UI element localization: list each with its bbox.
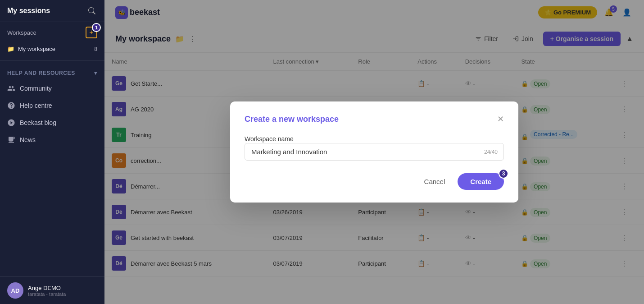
sidebar-item-news[interactable]: News [0, 131, 104, 148]
user-name: Ange DEMO [28, 285, 97, 291]
search-icon [88, 7, 95, 14]
add-workspace-button[interactable]: + 1 [86, 27, 97, 38]
community-icon [7, 84, 15, 92]
my-workspace-item[interactable]: 📁 My workspace 8 [7, 42, 97, 56]
workspace-label-row: Workspace + 1 [7, 27, 97, 38]
modal-title: Create a new workspace [245, 115, 339, 124]
sidebar-footer: AD Ange DEMO taratata - taratata [0, 276, 104, 304]
workspace-name-label: Workspace name [245, 135, 294, 143]
workspace-label-text: Workspace [7, 29, 36, 36]
modal-close-button[interactable]: ✕ [497, 114, 504, 124]
sidebar-item-community[interactable]: Community [0, 80, 104, 97]
my-sessions-title: My sessions [7, 7, 50, 15]
workspace-name-input[interactable] [245, 143, 504, 161]
sidebar-header: My sessions [0, 0, 104, 22]
folder-icon: 📁 [7, 46, 14, 52]
community-label: Community [20, 85, 52, 92]
news-label: News [20, 136, 36, 143]
sidebar-nav: Help and resources ▾ Community Help cent… [0, 61, 104, 276]
modal-footer: Cancel Create 3 [245, 173, 504, 190]
workspace-section: Workspace + 1 📁 My workspace 8 [0, 22, 104, 61]
help-resources-text: Help and resources [7, 70, 75, 76]
create-workspace-modal: Create a new workspace ✕ Workspace name … [230, 101, 518, 203]
char-count: 24/40 [484, 149, 498, 155]
help-chevron: ▾ [94, 70, 97, 76]
main-content: 🐝 beekast ⭐ Go PREMIUM 🔔 5 👤 My workspac… [104, 0, 644, 304]
news-icon [7, 136, 15, 144]
my-workspace-label: My workspace [18, 46, 55, 52]
step-3-badge: 3 [499, 169, 508, 179]
sidebar-item-beekast-blog[interactable]: Beekast blog [0, 114, 104, 131]
my-workspace-count: 8 [94, 46, 97, 52]
user-avatar: AD [7, 282, 23, 299]
help-resources-label: Help and resources ▾ [0, 61, 104, 80]
modal-overlay: Create a new workspace ✕ Workspace name … [104, 0, 644, 304]
input-wrapper: 24/40 [245, 143, 504, 161]
sidebar: My sessions Workspace + 1 📁 My workspace… [0, 0, 104, 304]
modal-header: Create a new workspace ✕ [245, 114, 504, 124]
step-1-badge: 1 [92, 23, 101, 32]
blog-icon [7, 119, 15, 127]
beekast-blog-label: Beekast blog [20, 119, 56, 126]
sidebar-item-help-centre[interactable]: Help centre [0, 97, 104, 114]
search-button[interactable] [86, 5, 97, 16]
cancel-button[interactable]: Cancel [417, 174, 453, 189]
help-centre-label: Help centre [20, 102, 52, 109]
user-subtitle: taratata - taratata [28, 291, 97, 297]
create-button[interactable]: Create 3 [458, 173, 504, 190]
help-icon [7, 101, 15, 110]
